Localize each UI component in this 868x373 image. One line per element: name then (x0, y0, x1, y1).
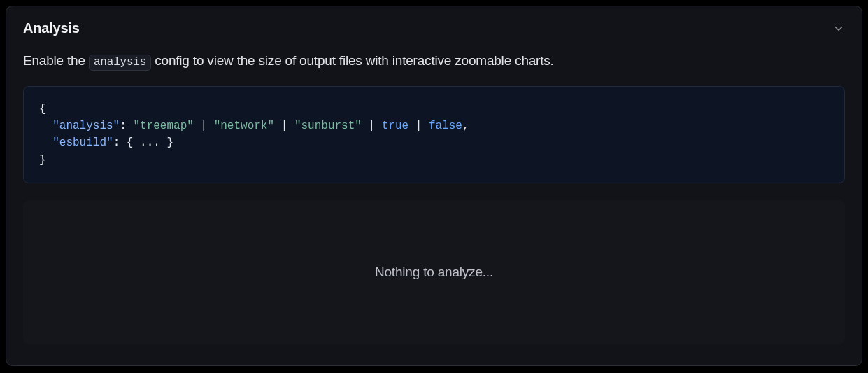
val-sunburst: "sunburst" (294, 120, 362, 132)
brace-open: { (39, 103, 46, 115)
colon: : (120, 120, 133, 132)
pipe-4: | (408, 120, 429, 132)
config-code-block: { "analysis": "treemap" | "network" | "s… (23, 86, 845, 183)
panel-description: Enable the analysis config to view the s… (23, 52, 845, 71)
panel-title: Analysis (23, 20, 80, 36)
comma-1: , (462, 120, 469, 132)
analysis-panel: Analysis Enable the analysis config to v… (6, 6, 862, 366)
val-false: false (429, 120, 462, 132)
description-text-before: Enable the (23, 53, 89, 68)
panel-header: Analysis (23, 20, 845, 36)
description-text-after: config to view the size of output files … (151, 53, 554, 68)
empty-state-message: Nothing to analyze... (375, 265, 493, 280)
pipe-3: | (362, 120, 382, 132)
val-network: "network" (214, 120, 274, 132)
code-indent-2 (39, 136, 52, 149)
pipe-1: | (194, 120, 214, 132)
brace-close: } (39, 154, 46, 167)
val-true: true (382, 120, 408, 132)
inline-code-analysis: analysis (89, 55, 151, 71)
val-esbuild: { ... } (127, 136, 173, 149)
key-esbuild: "esbuild" (52, 136, 113, 149)
colon-2: : (113, 136, 127, 149)
code-indent (39, 120, 52, 132)
key-analysis: "analysis" (52, 120, 120, 132)
pipe-2: | (274, 120, 294, 132)
analysis-viewport: Nothing to analyze... (23, 200, 845, 344)
chevron-down-icon[interactable] (832, 22, 845, 35)
val-treemap: "treemap" (133, 120, 193, 132)
